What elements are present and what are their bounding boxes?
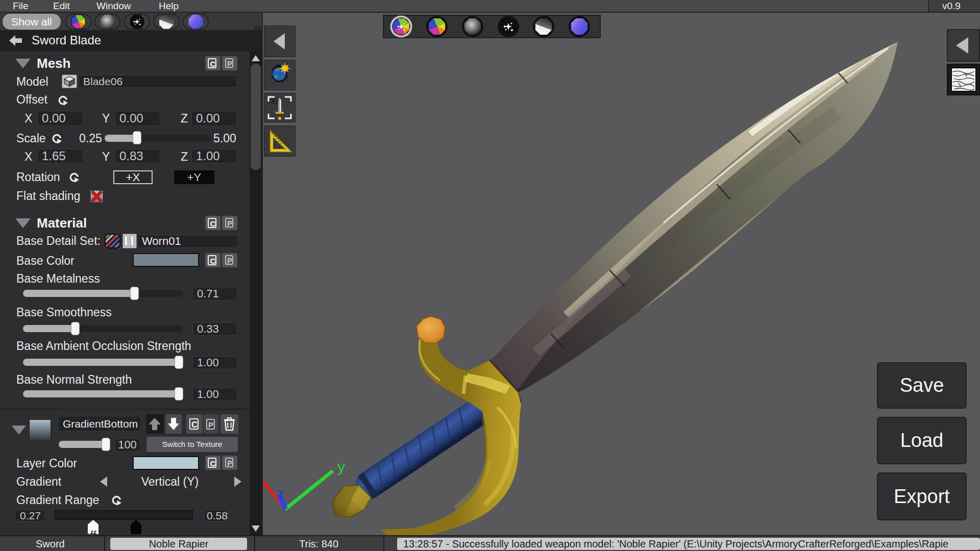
svg-text:P: P: [227, 60, 232, 68]
svg-text:C: C: [210, 257, 216, 265]
svg-text:C: C: [210, 219, 216, 228]
svg-text:C: C: [210, 60, 216, 68]
svg-text:P: P: [227, 459, 232, 467]
svg-text:z: z: [278, 486, 284, 500]
svg-text:P: P: [227, 257, 232, 265]
svg-text:C: C: [210, 459, 216, 468]
svg-text:P: P: [208, 420, 213, 429]
svg-text:P: P: [227, 219, 232, 228]
svg-text:y: y: [337, 458, 345, 475]
svg-text:C: C: [191, 420, 198, 429]
